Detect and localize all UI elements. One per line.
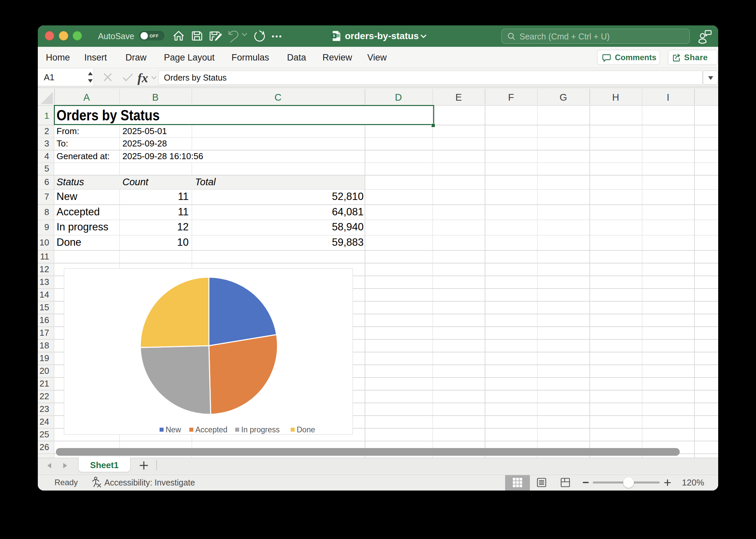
svg-text:X: X xyxy=(333,33,336,38)
